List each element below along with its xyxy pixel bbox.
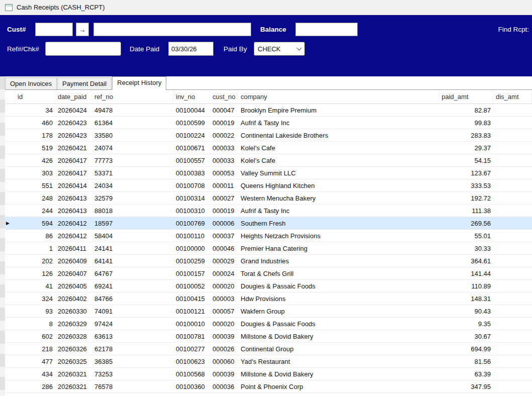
cell-date_paid[interactable]: 20260423 [55,129,92,141]
cell-id[interactable]: 34 [15,104,55,116]
cell-id[interactable]: 551 [15,179,55,191]
cell-paid_amt[interactable]: 9.35 [439,318,493,330]
cell-inv_no[interactable]: 00100708 [173,179,210,191]
column-header-ref-no[interactable]: ref_no [92,90,173,104]
table-row[interactable]: 551202604142403400100708000011Queens Hig… [5,179,532,192]
row-selector[interactable] [5,205,15,217]
cell-id[interactable]: 324 [15,292,55,305]
cell-date_paid[interactable]: 20260407 [55,267,92,279]
column-header-inv-no[interactable]: inv_no [173,90,210,104]
cell-paid_amt[interactable]: 110.89 [439,280,493,292]
cell-inv_no[interactable]: 00100121 [173,305,210,317]
row-selector[interactable] [5,242,15,254]
cell-cust_no[interactable]: 000020 [210,318,238,330]
cell-paid_amt[interactable]: 55.01 [439,230,493,242]
cell-inv_no[interactable]: 00100599 [173,117,210,129]
table-row[interactable]: 93202603307409100100121000057Wakfern Gro… [5,305,532,318]
cell-dis_amt[interactable] [493,355,532,367]
cell-id[interactable]: 86 [15,230,55,242]
cell-paid_amt[interactable]: 347.95 [439,380,493,392]
cell-dis_amt[interactable] [493,167,532,179]
table-row[interactable]: 248202604133257900100314000027Western Me… [5,192,532,205]
cell-id[interactable]: 602 [15,330,55,342]
cell-inv_no[interactable]: 00100110 [173,230,210,242]
cell-id[interactable]: 519 [15,142,55,154]
cell-inv_no[interactable]: 00100310 [173,205,210,217]
row-selector[interactable]: ▶ [5,217,15,229]
cell-inv_no[interactable]: 00100259 [173,255,210,267]
cell-dis_amt[interactable] [493,343,532,355]
cell-dis_amt[interactable] [493,192,532,204]
lookup-arrow-button[interactable]: → [76,23,89,36]
cell-dis_amt[interactable] [493,117,532,129]
cell-cust_no[interactable]: 000019 [210,205,238,217]
cell-paid_amt[interactable]: 123.67 [439,167,493,179]
cell-inv_no[interactable]: 00100010 [173,318,210,330]
table-row[interactable]: 202202604096414100100259000029Grand Indu… [5,255,532,267]
cell-id[interactable]: 434 [15,368,55,380]
cell-date_paid[interactable]: 20260325 [55,355,92,367]
cell-dis_amt[interactable] [493,318,532,330]
cell-date_paid[interactable]: 20260411 [55,242,92,254]
row-selector[interactable] [5,129,15,141]
cell-dis_amt[interactable] [493,217,532,229]
cell-inv_no[interactable]: 00100671 [173,142,210,154]
cell-id[interactable]: 426 [15,154,55,166]
cell-company[interactable]: Valley Summit LLC [238,167,439,179]
cell-company[interactable]: Brooklyn Empire Premium [238,104,439,116]
cell-company[interactable]: Aufrif & Tasty Inc [238,205,439,217]
row-selector[interactable] [5,292,15,305]
table-row[interactable]: 434202603217325300100568000039Millstone … [5,368,532,380]
cell-date_paid[interactable]: 20260413 [55,205,92,217]
cell-inv_no[interactable]: 00100052 [173,280,210,292]
cell-company[interactable]: Millstone & Dovid Bakery [238,330,439,342]
column-header-id[interactable]: id [15,90,55,104]
cell-dis_amt[interactable] [493,380,532,392]
cell-ref_no[interactable]: 63613 [92,330,173,342]
cell-inv_no[interactable]: 00100314 [173,192,210,204]
cell-dis_amt[interactable] [493,305,532,317]
cell-cust_no[interactable]: 000019 [210,117,238,129]
cell-ref_no[interactable]: 24141 [92,242,173,254]
cell-ref_no[interactable]: 61364 [92,117,173,129]
column-header-paid-amt[interactable]: paid_amt [439,90,493,104]
cell-inv_no[interactable]: 00100769 [173,217,210,229]
row-selector[interactable] [5,179,15,191]
cell-paid_amt[interactable]: 30.67 [439,330,493,342]
cell-inv_no[interactable]: 00100000 [173,242,210,254]
cell-company[interactable]: Heights Netzach Provisions [238,230,439,242]
cell-company[interactable]: Kolel's Cafe [238,142,439,154]
cell-company[interactable]: Millstone & Dovid Bakery [238,368,439,380]
cell-cust_no[interactable]: 000037 [210,230,238,242]
cell-id[interactable]: 477 [15,355,55,367]
cell-paid_amt[interactable]: 283.83 [439,129,493,141]
cell-id[interactable]: 594 [15,217,55,229]
cell-dis_amt[interactable] [493,292,532,305]
cell-paid_amt[interactable]: 333.53 [439,179,493,191]
cell-inv_no[interactable]: 00100044 [173,104,210,116]
table-row[interactable]: 477202603253638500100623000060Yad's Rest… [5,355,532,368]
cell-date_paid[interactable]: 20260421 [55,142,92,154]
date-paid-input[interactable] [168,42,214,56]
table-row[interactable]: 218202603266217800100277000026Continenta… [5,343,532,355]
cell-inv_no[interactable]: 00100383 [173,167,210,179]
row-selector[interactable] [5,280,15,292]
row-selector[interactable] [5,343,15,355]
table-row[interactable]: 426202604177777300100557000033Kolel's Ca… [5,154,532,167]
cell-dis_amt[interactable] [493,104,532,116]
cell-ref_no[interactable]: 64141 [92,255,173,267]
cell-paid_amt[interactable]: 81.56 [439,355,493,367]
row-selector[interactable] [5,230,15,242]
cell-ref_no[interactable]: 49478 [92,104,173,116]
cell-company[interactable]: Southern Fresh [238,217,439,229]
table-row[interactable]: 86202604125840400100110000037Heights Net… [5,230,532,242]
cell-id[interactable]: 218 [15,343,55,355]
cell-date_paid[interactable]: 20260423 [55,117,92,129]
column-header-dis-amt[interactable]: dis_amt [493,90,532,104]
cell-ref_no[interactable]: 64767 [92,267,173,279]
cell-ref_no[interactable]: 36385 [92,355,173,367]
cell-ref_no[interactable]: 84766 [92,292,173,305]
cell-inv_no[interactable]: 00100557 [173,154,210,166]
table-row[interactable]: 519202604212407400100671000033Kolel's Ca… [5,142,532,154]
cell-ref_no[interactable]: 58404 [92,230,173,242]
